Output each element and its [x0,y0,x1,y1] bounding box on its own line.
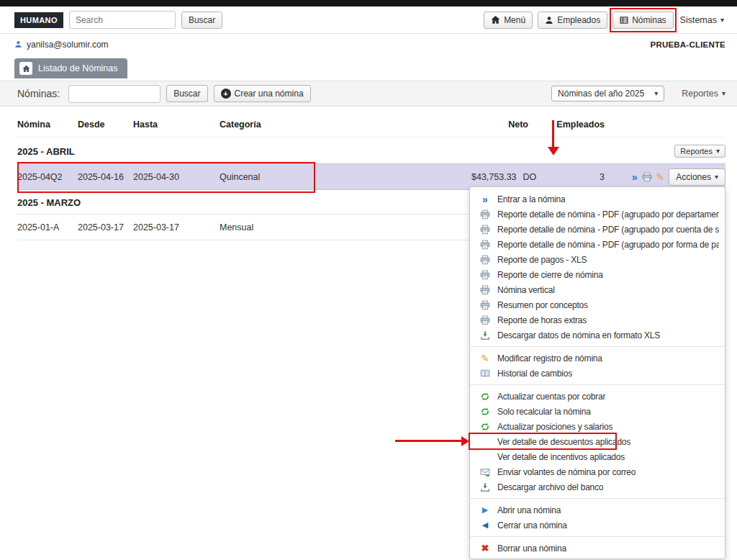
create-payroll-button[interactable]: Crear una nómina [214,85,311,102]
table-header-row: Nómina Desde Hasta Categoría Neto Emplea… [17,112,725,137]
employees-button[interactable]: Empleados [538,12,607,29]
pencil-icon[interactable] [656,172,665,182]
column-header: Nómina [17,119,78,130]
printer-icon [480,209,490,220]
group-row-april: 2025 - ABRIL Reportes [17,137,725,163]
payrolls-toolbar: Nóminas: Buscar Crear una nómina Nóminas… [0,81,737,107]
cell-categoria: Quincenal [220,172,471,182]
double-arrow-icon [482,194,488,204]
refresh-icon [480,392,490,402]
user-email[interactable]: yanilsa@solumir.com [14,40,109,50]
user-bar: yanilsa@solumir.com PRUEBA-CLIENTE [0,34,737,55]
menu-item[interactable]: Solo recalcular la nómina [470,404,725,419]
refresh-icon [480,407,490,417]
download-icon [480,330,490,340]
menu-item[interactable]: Resumen por conceptos [470,297,725,312]
double-arrow-icon[interactable] [632,172,638,182]
payroll-search-input[interactable] [68,85,160,103]
pencil-icon [481,353,489,363]
menu-item[interactable]: Reporte de pagos - XLS [470,252,725,267]
actions-button[interactable]: Acciones [669,168,725,186]
printer-icon [480,315,490,325]
printer-icon [480,255,490,265]
menu-item[interactable]: Abrir una nómina [470,502,725,518]
cell-hasta: 2025-03-17 [133,222,220,232]
plus-circle-icon [221,89,231,99]
global-search-input[interactable] [69,11,176,29]
cell-desde: 2025-04-16 [78,172,133,182]
tab-listado-de-nominas[interactable]: Listado de Nóminas [14,58,127,78]
column-header: Desde [78,119,133,130]
menu-divider [470,384,725,385]
delete-icon [481,543,489,553]
menu-item[interactable]: Historial de cambios [470,366,725,381]
menu-item[interactable]: Descargar archivo del banco [470,479,725,494]
printer-icon[interactable] [642,172,652,182]
menu-item[interactable]: Cerrar una nómina [470,518,725,533]
global-search-button[interactable]: Buscar [181,12,222,29]
annotation-arrow-right [395,436,470,446]
download-icon [480,482,490,492]
caret-down-icon [722,90,725,97]
play-icon [482,506,488,514]
group-reports-button[interactable]: Reportes [674,145,725,158]
column-header: Neto [471,119,533,130]
cell-desde: 2025-03-17 [78,222,133,232]
menu-item-entrar[interactable]: Entrar a la nómina [470,191,725,207]
book-icon [480,369,490,379]
menu-item[interactable]: Actualizar posiciones y salarios [470,419,725,434]
menu-item[interactable]: Actualizar cuentas por cobrar [470,389,725,404]
printer-icon [480,225,490,235]
systems-dropdown[interactable]: Sistemas [679,12,725,28]
cell-neto: $43,753.33DO [471,172,533,182]
year-select[interactable]: Nóminas del año 2025 [551,86,664,101]
tab-row: Listado de Nóminas [0,55,737,78]
table-icon [620,16,628,24]
actions-menu: Entrar a la nómina Reporte detalle de nó… [469,186,725,559]
top-navbar: HUMANO Buscar Menú Empleados Nóminas Sis… [0,6,737,34]
caret-down-icon [715,173,718,181]
cell-categoria: Mensual [220,222,471,232]
person-icon [14,40,22,48]
column-header: Categoría [220,119,471,130]
cell-hasta: 2025-04-30 [133,172,220,182]
mail-icon [480,467,490,477]
payrolls-button[interactable]: Nóminas [612,12,673,29]
menu-divider [470,498,725,499]
menu-item[interactable]: Reporte de horas extras [470,312,725,328]
payroll-search-button[interactable]: Buscar [166,85,207,102]
group-label: 2025 - MARZO [17,197,81,208]
menu-item[interactable]: Reporte de cierre de nómina [470,267,725,282]
menu-divider [470,536,725,537]
cell-nomina: 2025-01-A [17,222,78,232]
home-icon [19,62,32,75]
menu-item-ver-detalle-incentivos[interactable]: Ver detalle de incentivos aplicados [470,449,725,464]
column-header: Hasta [133,119,220,130]
play-left-icon [482,521,488,529]
menu-item[interactable]: Reporte detalle de nómina - PDF (agrupad… [470,222,725,237]
menu-item[interactable]: Enviar volantes de nómina por correo [470,464,725,479]
menu-item[interactable]: Descargar datos de nómina en formato XLS [470,328,725,343]
payrolls-label: Nóminas: [17,88,60,99]
cell-nomina: 2025-04Q2 [17,172,78,182]
printer-icon [480,270,490,280]
menu-item[interactable]: Nómina vertical [470,282,725,297]
menu-item-ver-detalle-descuentos[interactable]: Ver detalle de descuentos aplicados [470,434,725,449]
column-header: Empleados [533,119,609,130]
caret-down-icon [720,17,724,24]
menu-item[interactable]: Modificar registro de nómina [470,351,725,366]
menu-button[interactable]: Menú [484,12,533,29]
menu-item[interactable]: Reporte detalle de nómina - PDF (agrupad… [470,207,725,222]
caret-down-icon [654,90,658,97]
menu-item[interactable]: Reporte detalle de nómina - PDF (agrupad… [470,237,725,252]
reports-dropdown[interactable]: Reportes [682,89,725,99]
menu-divider [470,346,725,347]
top-strip [0,0,737,6]
person-icon [545,16,553,24]
refresh-icon [480,422,490,432]
caret-down-icon [716,148,720,155]
menu-item[interactable]: Borrar una nómina [470,541,725,556]
printer-icon [480,240,490,250]
printer-icon [480,285,490,295]
cell-empleados: 3 [533,172,609,182]
